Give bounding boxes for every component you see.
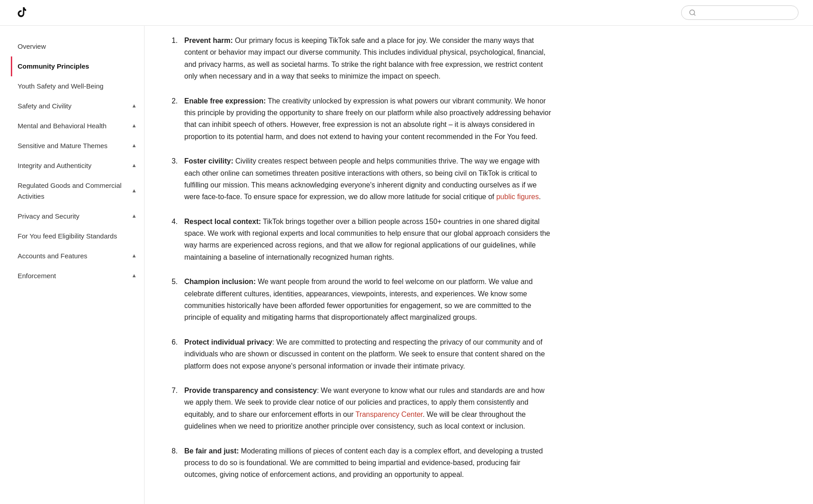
principle-body: Be fair and just: Moderating millions of… [184,445,551,481]
sidebar-item-integrity[interactable]: Integrity and Authenticity▲ [11,156,144,176]
principle-item: 6.Protect individual privacy: We are com… [172,336,551,372]
logo-area [14,5,33,20]
principle-body: Respect local context: TikTok brings tog… [184,216,551,264]
search-input[interactable] [700,9,791,17]
principle-number: 3. [172,155,181,203]
principle-item: 1.Prevent harm: Our primary focus is kee… [172,35,551,83]
sidebar-item-label: For You feed Eligibility Standards [18,231,117,242]
sidebar-item-for-you-feed[interactable]: For You feed Eligibility Standards [11,226,144,246]
sidebar-item-label: Community Principles [18,61,89,72]
principle-number: 8. [172,445,181,481]
chevron-up-icon: ▲ [131,121,137,130]
sidebar-item-community-principles[interactable]: Community Principles [11,56,144,76]
sidebar-item-regulated-goods[interactable]: Regulated Goods and Commercial Activitie… [11,176,144,206]
sidebar-item-privacy-security[interactable]: Privacy and Security▲ [11,206,144,226]
sidebar-item-overview[interactable]: Overview [11,37,144,56]
principle-item: 4.Respect local context: TikTok brings t… [172,216,551,264]
principle-item: 5.Champion inclusion: We want people fro… [172,276,551,324]
principle-body: Enable free expression: The creativity u… [184,95,551,143]
chevron-up-icon: ▲ [131,187,137,195]
sidebar: OverviewCommunity PrinciplesYouth Safety… [0,26,145,504]
principle-title: Protect individual privacy [184,338,272,346]
sidebar-item-youth-safety[interactable]: Youth Safety and Well-Being [11,76,144,96]
chevron-up-icon: ▲ [131,271,137,280]
principle-body: Champion inclusion: We want people from … [184,276,551,324]
svg-line-1 [694,14,695,15]
principle-item: 2.Enable free expression: The creativity… [172,95,551,143]
principle-number: 6. [172,336,181,372]
sidebar-item-mental-health[interactable]: Mental and Behavioral Health▲ [11,116,144,136]
principle-title: Respect local context: [184,218,261,225]
principle-title: Champion inclusion: [184,278,256,285]
sidebar-item-sensitive-themes[interactable]: Sensitive and Mature Themes▲ [11,136,144,156]
chevron-up-icon: ▲ [131,212,137,220]
principle-link[interactable]: Transparency Center [355,411,423,418]
principle-body: Protect individual privacy: We are commi… [184,336,551,372]
header [0,0,813,26]
principle-title: Prevent harm: [184,37,233,44]
layout: OverviewCommunity PrinciplesYouth Safety… [0,26,813,504]
search-icon [689,9,696,17]
sidebar-item-label: Mental and Behavioral Health [18,121,107,131]
sidebar-item-label: Accounts and Features [18,251,87,261]
principle-body: Prevent harm: Our primary focus is keepi… [184,35,551,83]
principle-title: Provide transparency and consistency [184,387,317,394]
search-bar[interactable] [681,5,799,20]
principle-link[interactable]: public figures [496,193,539,201]
principle-number: 4. [172,216,181,264]
sidebar-item-label: Safety and Civility [18,101,71,112]
chevron-up-icon: ▲ [131,141,137,150]
sidebar-item-label: Integrity and Authenticity [18,160,91,171]
sidebar-item-label: Regulated Goods and Commercial Activitie… [18,180,131,202]
principle-number: 5. [172,276,181,324]
principle-body: Foster civility: Civility creates respec… [184,155,551,203]
tiktok-logo-icon [14,5,29,20]
sidebar-item-label: Privacy and Security [18,211,79,222]
sidebar-item-safety-civility[interactable]: Safety and Civility▲ [11,96,144,116]
principles-list: 1.Prevent harm: Our primary focus is kee… [172,35,551,481]
sidebar-item-accounts-features[interactable]: Accounts and Features▲ [11,246,144,266]
principle-title: Be fair and just: [184,447,239,455]
sidebar-item-label: Youth Safety and Well-Being [18,81,103,92]
principle-item: 7.Provide transparency and consistency: … [172,385,551,433]
chevron-up-icon: ▲ [131,161,137,170]
principle-body: Provide transparency and consistency: We… [184,385,551,433]
chevron-up-icon: ▲ [131,102,137,110]
sidebar-item-label: Enforcement [18,271,56,281]
chevron-up-icon: ▲ [131,252,137,260]
principle-number: 2. [172,95,181,143]
principle-item: 3.Foster civility: Civility creates resp… [172,155,551,203]
principle-number: 7. [172,385,181,433]
main-content: 1.Prevent harm: Our primary focus is kee… [145,26,578,504]
principle-number: 1. [172,35,181,83]
sidebar-item-label: Overview [18,41,46,52]
principle-title: Foster civility: [184,157,233,165]
sidebar-item-label: Sensitive and Mature Themes [18,140,107,151]
principle-item: 8.Be fair and just: Moderating millions … [172,445,551,481]
principle-title: Enable free expression: [184,97,266,105]
sidebar-item-enforcement[interactable]: Enforcement▲ [11,266,144,286]
